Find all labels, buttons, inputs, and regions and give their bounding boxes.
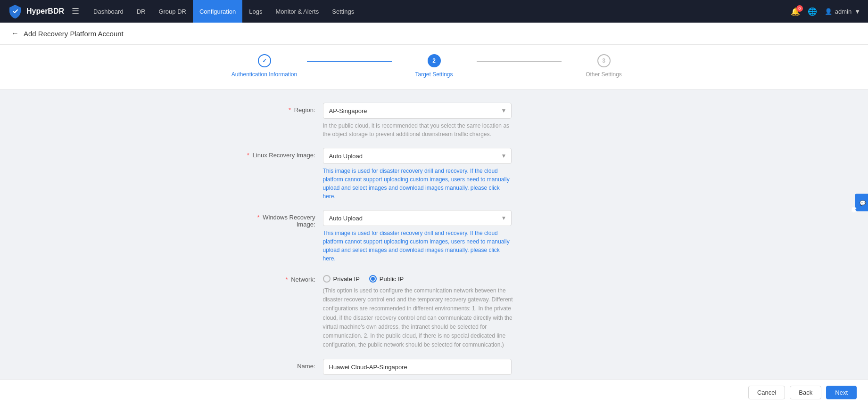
region-row: * Region: AP-Singapore ▼ In the public c… xyxy=(243,103,626,138)
form-content: * Region: AP-Singapore ▼ In the public c… xyxy=(231,89,637,405)
page-footer: Cancel Back Next xyxy=(0,380,868,405)
name-input[interactable] xyxy=(323,359,512,375)
network-hint: (This option is used to configure the co… xyxy=(323,286,521,349)
page-wrapper: ← Add Recovery Platform Account ✓ Authen… xyxy=(0,23,868,405)
step-2-circle: 2 xyxy=(428,54,441,67)
public-ip-radio[interactable] xyxy=(369,275,377,283)
page-header: ← Add Recovery Platform Account xyxy=(0,23,868,45)
region-select-wrapper: AP-Singapore ▼ xyxy=(323,103,512,119)
nav-monitor-alerts[interactable]: Monitor & Alerts xyxy=(269,0,325,23)
user-icon: 👤 xyxy=(825,8,832,15)
linux-image-select-wrapper: Auto Upload ▼ xyxy=(323,148,512,164)
chat-icon: 💬 xyxy=(860,200,866,206)
public-ip-label: Public IP xyxy=(380,275,404,283)
public-ip-dot xyxy=(371,277,375,281)
linux-image-field: Auto Upload ▼ This image is used for dis… xyxy=(323,148,626,201)
side-chat-widget[interactable]: 💬 在线客服 xyxy=(855,194,868,211)
windows-image-field: Auto Upload ▼ This image is used for dis… xyxy=(323,210,626,263)
name-row: Name: xyxy=(243,359,626,375)
navbar: HyperBDR ☰ Dashboard DR Group DR Configu… xyxy=(0,0,868,23)
stepper: ✓ Authentication Information 2 Target Se… xyxy=(222,54,646,78)
region-required: * xyxy=(289,106,291,113)
linux-image-select[interactable]: Auto Upload xyxy=(323,148,512,164)
nav-settings[interactable]: Settings xyxy=(325,0,361,23)
step-1: ✓ Authentication Information xyxy=(222,54,307,78)
back-button[interactable]: Back xyxy=(790,386,821,399)
brand-name: HyperBDR xyxy=(26,7,64,16)
nav-group-dr[interactable]: Group DR xyxy=(152,0,193,23)
translate-icon[interactable]: 🌐 xyxy=(808,7,817,16)
windows-image-hint: This image is used for disaster recovery… xyxy=(323,229,512,263)
step-3: 3 Other Settings xyxy=(562,54,646,78)
network-field: Private IP Public IP (This option is use… xyxy=(323,272,626,349)
name-field xyxy=(323,359,626,375)
step-2: 2 Target Settings xyxy=(392,54,477,78)
user-menu[interactable]: 👤 admin ▼ xyxy=(825,8,860,15)
navbar-right: 🔔 0 🌐 👤 admin ▼ xyxy=(791,7,860,16)
brand: HyperBDR xyxy=(8,4,64,19)
page-title: Add Recovery Platform Account xyxy=(24,30,124,38)
step-3-label: Other Settings xyxy=(586,71,622,78)
network-row: * Network: Private IP Public IP xyxy=(243,272,626,349)
step-1-circle: ✓ xyxy=(258,54,271,67)
network-required: * xyxy=(286,276,288,283)
region-label: * Region: xyxy=(243,103,323,113)
notification-badge: 0 xyxy=(796,5,803,12)
cancel-button[interactable]: Cancel xyxy=(748,386,785,399)
next-button[interactable]: Next xyxy=(826,386,857,399)
menu-icon[interactable]: ☰ xyxy=(72,6,79,16)
public-ip-option[interactable]: Public IP xyxy=(369,275,404,283)
logo-icon xyxy=(8,4,23,19)
windows-required: * xyxy=(257,214,260,221)
linux-image-row: * Linux Recovery Image: Auto Upload ▼ Th… xyxy=(243,148,626,201)
windows-image-select[interactable]: Auto Upload xyxy=(323,210,512,226)
step-1-label: Authentication Information xyxy=(231,71,297,78)
step-2-label: Target Settings xyxy=(415,71,453,78)
nav-dr[interactable]: DR xyxy=(130,0,152,23)
private-ip-radio[interactable] xyxy=(323,275,331,283)
region-select[interactable]: AP-Singapore xyxy=(323,103,512,119)
network-label: * Network: xyxy=(243,272,323,283)
region-hint: In the public cloud, it is recommended t… xyxy=(323,122,512,138)
back-arrow-icon[interactable]: ← xyxy=(11,29,19,38)
windows-image-row: * Windows Recovery Image: Auto Upload ▼ … xyxy=(243,210,626,263)
step-line-2 xyxy=(477,61,562,62)
linux-image-label: * Linux Recovery Image: xyxy=(243,148,323,159)
nav-configuration[interactable]: Configuration xyxy=(193,0,242,23)
notification-icon[interactable]: 🔔 0 xyxy=(791,7,800,16)
step-line-1 xyxy=(307,61,392,62)
stepper-section: ✓ Authentication Information 2 Target Se… xyxy=(0,45,868,89)
linux-required: * xyxy=(247,152,249,159)
network-radio-group: Private IP Public IP xyxy=(323,272,626,283)
windows-image-label: * Windows Recovery Image: xyxy=(243,210,323,228)
step-3-circle: 3 xyxy=(597,54,611,67)
nav-dashboard[interactable]: Dashboard xyxy=(87,0,130,23)
private-ip-option[interactable]: Private IP xyxy=(323,275,360,283)
user-name: admin xyxy=(835,8,851,15)
private-ip-label: Private IP xyxy=(333,275,360,283)
region-field: AP-Singapore ▼ In the public cloud, it i… xyxy=(323,103,626,138)
windows-image-select-wrapper: Auto Upload ▼ xyxy=(323,210,512,226)
nav-logs[interactable]: Logs xyxy=(242,0,269,23)
name-label: Name: xyxy=(243,359,323,370)
user-dropdown-icon: ▼ xyxy=(854,8,860,15)
linux-image-hint: This image is used for disaster recovery… xyxy=(323,167,512,201)
